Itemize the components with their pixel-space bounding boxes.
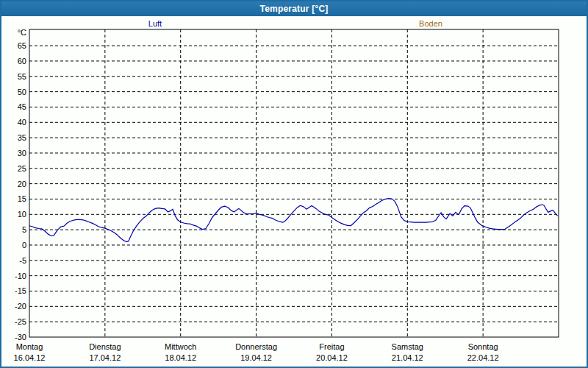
legend-boden: Boden — [419, 18, 442, 29]
day-label: Samstag21.04.12 — [392, 342, 423, 364]
app-window: Temperatur [°C] Luft Boden °C 6560555045… — [0, 0, 588, 368]
y-tick-label: -20 — [1, 301, 26, 311]
plot-svg[interactable] — [1, 16, 587, 367]
day-name-label: Sonntag — [467, 342, 499, 353]
day-label: Donnerstag19.04.12 — [235, 342, 277, 364]
y-tick-label: -5 — [1, 255, 26, 266]
y-axis-unit-label: °C — [1, 27, 26, 38]
day-name-label: Donnerstag — [235, 342, 277, 353]
day-date-label: 18.04.12 — [165, 353, 196, 364]
y-tick-label: 40 — [1, 117, 26, 127]
day-label: Dienstag17.04.12 — [89, 342, 121, 364]
day-label: Montag16.04.12 — [14, 342, 46, 364]
luft-series-line — [29, 199, 558, 242]
y-tick-label: 15 — [1, 194, 26, 204]
day-label: Mittwoch18.04.12 — [165, 342, 196, 364]
day-date-label: 21.04.12 — [392, 353, 423, 364]
y-tick-label: 10 — [1, 209, 26, 219]
day-name-label: Freitag — [316, 342, 348, 353]
day-date-label: 17.04.12 — [89, 353, 121, 364]
y-tick-label: 25 — [1, 163, 26, 174]
day-name-label: Dienstag — [89, 342, 121, 353]
chart-panel: Luft Boden °C 65605550454035302520151050… — [1, 16, 587, 367]
y-tick-label: 5 — [1, 224, 26, 235]
y-tick-label: -30 — [1, 332, 26, 342]
window-titlebar[interactable]: Temperatur [°C] — [1, 1, 587, 16]
y-tick-label: 0 — [1, 240, 26, 250]
day-date-label: 19.04.12 — [235, 353, 277, 364]
day-label: Sonntag22.04.12 — [467, 342, 499, 364]
y-tick-label: 60 — [1, 56, 26, 66]
day-date-label: 16.04.12 — [14, 353, 46, 364]
day-label: Freitag20.04.12 — [316, 342, 348, 364]
day-date-label: 22.04.12 — [467, 353, 499, 364]
legend-luft: Luft — [148, 18, 162, 29]
day-name-label: Mittwoch — [165, 342, 196, 353]
y-tick-label: -10 — [1, 271, 26, 281]
y-tick-label: 55 — [1, 71, 26, 82]
y-tick-label: -25 — [1, 316, 26, 327]
y-tick-label: -15 — [1, 286, 26, 296]
y-tick-label: 20 — [1, 179, 26, 189]
day-name-label: Montag — [14, 342, 46, 353]
day-date-label: 20.04.12 — [316, 353, 348, 364]
window-title: Temperatur [°C] — [260, 4, 329, 14]
y-tick-label: 50 — [1, 87, 26, 97]
y-tick-label: 65 — [1, 40, 26, 51]
y-tick-label: 30 — [1, 148, 26, 158]
y-tick-label: 45 — [1, 102, 26, 112]
y-tick-label: 35 — [1, 132, 26, 143]
day-name-label: Samstag — [392, 342, 423, 353]
